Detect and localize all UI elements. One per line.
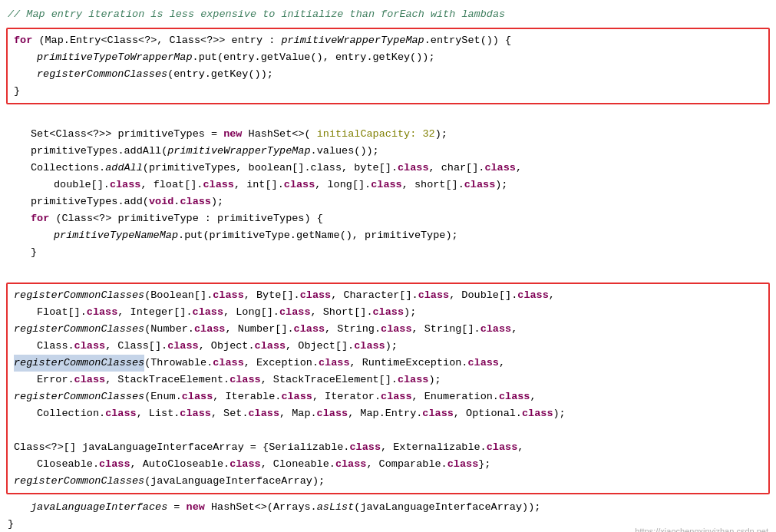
last-line1: javaLanguageInterfaces = new HashSet<>(A… <box>0 499 776 516</box>
blank2 <box>0 261 776 278</box>
box2-line12: registerCommonClasses(javaLanguageInterf… <box>9 473 767 490</box>
box2-blank <box>9 422 767 439</box>
box2-line8: Collection.class, List.class, Set.class,… <box>9 405 767 422</box>
s2-line1: Set<Class<?>> primitiveTypes = new HashS… <box>0 126 776 143</box>
box2: registerCommonClasses(Boolean[].class, B… <box>6 283 770 494</box>
box2-line3: registerCommonClasses(Number.class, Numb… <box>9 321 767 338</box>
blank1 <box>0 109 776 126</box>
s2-line5: primitiveTypes.add(void.class); <box>0 193 776 210</box>
box2-line7: registerCommonClasses(Enum.class, Iterab… <box>9 388 767 405</box>
box1-line1: for (Map.Entry<Class<?>, Class<?>> entry… <box>9 32 767 49</box>
s2-line4: double[].class, float[].class, int[].cla… <box>0 177 776 193</box>
s2-line6: for (Class<?> primitiveType : primitiveT… <box>0 210 776 227</box>
comment-text: // Map entry iteration is less expensive… <box>8 6 505 23</box>
box1-line2: primitiveTypeToWrapperMap.put(entry.getV… <box>9 49 767 66</box>
box1-line3: registerCommonClasses(entry.getKey()); <box>9 66 767 83</box>
box2-line10: Class<?>[] javaLanguageInterfaceArray = … <box>9 439 767 456</box>
box2-line6: Error.class, StackTraceElement.class, St… <box>9 372 767 388</box>
box2-line5: registerCommonClasses(Throwable.class, E… <box>9 355 767 372</box>
box2-line11: Closeable.class, AutoCloseable.class, Cl… <box>9 456 767 473</box>
s2-line3: Collections.addAll(primitiveTypes, boole… <box>0 160 776 177</box>
s2-line8: } <box>0 244 776 261</box>
s2-line7: primitiveTypeNameMap.put(primitiveType.g… <box>0 227 776 244</box>
box2-line2: Float[].class, Integer[].class, Long[].c… <box>9 304 767 321</box>
box2-line1: registerCommonClasses(Boolean[].class, B… <box>9 287 767 304</box>
box1-line4: } <box>9 83 767 100</box>
comment-line: // Map entry iteration is less expensive… <box>0 6 776 23</box>
box1: for (Map.Entry<Class<?>, Class<?>> entry… <box>6 28 770 104</box>
box2-line4: Class.class, Class[].class, Object.class… <box>9 338 767 355</box>
watermark: https://xiaochengxinyizhan.csdn.net <box>635 527 768 532</box>
s2-line2: primitiveTypes.addAll(primitiveWrapperTy… <box>0 143 776 160</box>
code-container: // Map entry iteration is less expensive… <box>0 0 776 532</box>
